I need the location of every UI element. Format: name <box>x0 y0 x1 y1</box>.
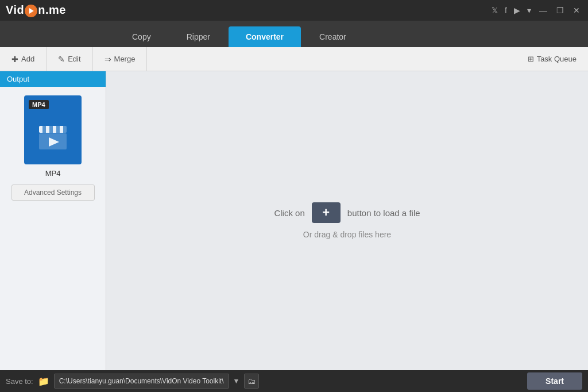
dropzone: Click on + button to load a file Or drag… <box>106 71 588 370</box>
facebook-icon[interactable]: f <box>505 6 507 15</box>
sidebar: Output MP4 <box>0 71 106 370</box>
output-label: Output <box>7 75 29 83</box>
sidebar-header: Output <box>0 71 106 87</box>
app-logo: Vidn.me <box>6 3 66 17</box>
youtube-icon[interactable]: ▶ <box>514 6 520 15</box>
dropzone-hint: Click on + button to load a file <box>274 202 420 223</box>
save-path-text: C:\Users\tianyu.guan\Documents\VidOn Vid… <box>59 377 224 385</box>
sidebar-content: MP4 <box>0 87 106 209</box>
save-to-label: Save to: <box>6 377 33 386</box>
mp4-play-area <box>39 126 67 150</box>
logo-on: n.me <box>38 3 66 16</box>
mp4-label: MP4 <box>45 169 61 178</box>
task-queue-button[interactable]: ⊞ Task Queue <box>516 47 588 71</box>
minimize-button[interactable]: — <box>537 5 550 16</box>
dropdown-icon[interactable]: ▾ <box>527 6 531 15</box>
tab-converter[interactable]: Converter <box>229 26 301 47</box>
browse-folder-button[interactable]: 🗂 <box>244 374 259 389</box>
logo-vid: Vid <box>6 3 24 16</box>
close-button[interactable]: ✕ <box>571 5 582 16</box>
titlebar-right: 𝕏 f ▶ ▾ — ❐ ✕ <box>492 5 582 16</box>
logo-play-icon <box>25 5 37 17</box>
path-dropdown-arrow[interactable]: ▼ <box>233 377 240 385</box>
add-label: Add <box>21 55 34 63</box>
statusbar: Save to: 📁 C:\Users\tianyu.guan\Document… <box>0 370 588 392</box>
edit-button[interactable]: ✎ Edit <box>47 47 92 71</box>
add-file-button[interactable]: + <box>312 202 341 223</box>
add-button[interactable]: ✚ Add <box>0 47 47 71</box>
svg-rect-3 <box>56 126 60 133</box>
tab-bar: Copy Ripper Converter Creator <box>0 21 588 47</box>
tab-creator[interactable]: Creator <box>302 26 363 47</box>
logo-text: Vidn.me <box>6 3 66 17</box>
twitter-icon[interactable]: 𝕏 <box>492 6 498 15</box>
titlebar: Vidn.me 𝕏 f ▶ ▾ — ❐ ✕ <box>0 0 588 21</box>
task-queue-label: Task Queue <box>537 55 577 63</box>
drag-drop-text: Or drag & drop files here <box>303 230 391 239</box>
merge-icon: ⇒ <box>105 55 111 64</box>
edit-icon: ✎ <box>58 55 65 64</box>
svg-rect-1 <box>42 126 46 133</box>
svg-rect-4 <box>63 126 67 133</box>
tab-copy[interactable]: Copy <box>115 26 168 47</box>
titlebar-left: Vidn.me <box>6 3 66 17</box>
merge-button[interactable]: ⇒ Merge <box>93 47 148 71</box>
merge-label: Merge <box>114 55 136 63</box>
folder-icon: 📁 <box>38 376 49 387</box>
button-text-after: button to load a file <box>347 208 420 218</box>
tab-ripper[interactable]: Ripper <box>169 26 227 47</box>
maximize-button[interactable]: ❐ <box>554 5 566 16</box>
window-controls: — ❐ ✕ <box>537 5 582 16</box>
add-icon: ✚ <box>11 55 18 64</box>
social-icons: 𝕏 f ▶ ▾ <box>492 6 531 15</box>
edit-label: Edit <box>68 55 80 63</box>
click-on-text: Click on <box>274 208 304 218</box>
toolbar: ✚ Add ✎ Edit ⇒ Merge ⊞ Task Queue <box>0 47 588 71</box>
mp4-badge: MP4 <box>29 100 49 109</box>
start-button[interactable]: Start <box>527 372 582 390</box>
save-path-display: C:\Users\tianyu.guan\Documents\VidOn Vid… <box>54 374 229 389</box>
mp4-icon-body: MP4 <box>24 95 82 164</box>
mp4-format-icon[interactable]: MP4 <box>24 95 82 164</box>
task-queue-icon: ⊞ <box>528 55 534 63</box>
main-content: Output MP4 <box>0 71 588 370</box>
svg-rect-2 <box>49 126 53 133</box>
advanced-settings-button[interactable]: Advanced Settings <box>11 185 95 201</box>
clapperboard-icon <box>39 126 67 150</box>
